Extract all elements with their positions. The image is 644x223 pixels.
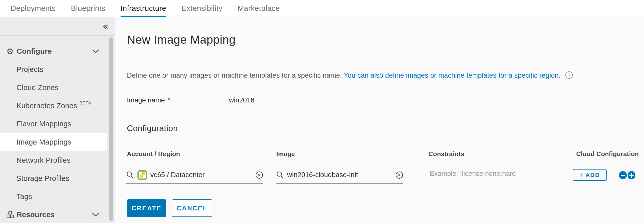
- main-content: New Image Mapping Define one or many ima…: [115, 17, 644, 223]
- app-window: Deployments Blueprints Infrastructure Ex…: [0, 0, 644, 223]
- configuration-section-title: Configuration: [127, 124, 178, 133]
- tab-infrastructure[interactable]: Infrastructure: [121, 0, 166, 17]
- top-navigation: Deployments Blueprints Infrastructure Ex…: [0, 0, 644, 17]
- sidebar-nav-list: ⚙ Configure Projects Cloud Zones Kuberne…: [0, 36, 115, 223]
- page-title: New Image Mapping: [127, 33, 236, 46]
- image-name-row: Image name*: [127, 95, 481, 107]
- column-header-cloud-configuration: Cloud Configuration: [576, 150, 639, 158]
- collapse-sidebar-icon[interactable]: «: [103, 21, 108, 31]
- add-cloud-config-button[interactable]: + ADD: [573, 169, 607, 181]
- clear-account-region-icon[interactable]: [255, 171, 263, 179]
- sidebar-item-image-mappings[interactable]: Image Mappings: [0, 133, 107, 151]
- beta-badge: BETA: [79, 101, 91, 106]
- sidebar-item-configure[interactable]: ⚙ Configure: [0, 42, 107, 60]
- image-name-input[interactable]: [226, 95, 306, 107]
- vsphere-icon: [137, 170, 147, 180]
- sidebar-item-storage-profiles[interactable]: Storage Profiles: [0, 169, 107, 187]
- configuration-column-headers: Account / Region Image Constraints Cloud…: [127, 150, 644, 158]
- configuration-row: vc65 / Datacenter: [127, 166, 644, 184]
- sidebar-item-projects[interactable]: Projects: [0, 60, 107, 78]
- required-marker: *: [168, 96, 171, 104]
- sidebar: « ⚙ Configure Projects Cloud Zones Kuber…: [0, 17, 115, 223]
- cubes-icon: [6, 211, 14, 219]
- sidebar-item-cloud-zones[interactable]: Cloud Zones: [0, 78, 107, 97]
- remove-row-button[interactable]: −: [619, 171, 627, 179]
- tab-deployments[interactable]: Deployments: [11, 0, 56, 17]
- clear-image-icon[interactable]: [395, 171, 403, 179]
- search-icon: [276, 171, 284, 179]
- add-row-button[interactable]: +: [628, 171, 635, 179]
- column-header-account-region: Account / Region: [127, 150, 180, 158]
- sidebar-item-tags[interactable]: Tags: [0, 187, 107, 206]
- cancel-button[interactable]: CANCEL: [172, 199, 212, 217]
- sidebar-scrollbar[interactable]: [109, 37, 113, 221]
- tab-extensibility[interactable]: Extensibility: [181, 0, 222, 17]
- sidebar-item-flavor-mappings[interactable]: Flavor Mappings: [0, 115, 107, 133]
- chevron-down-icon: [92, 213, 99, 217]
- image-value: win2016-cloudbase-init: [287, 171, 358, 179]
- image-name-label: Image name*: [127, 96, 171, 104]
- search-icon: [126, 171, 134, 179]
- constraints-input[interactable]: [425, 166, 560, 183]
- info-icon[interactable]: [565, 71, 573, 79]
- sidebar-item-resources[interactable]: Resources: [0, 206, 107, 223]
- sidebar-item-label: Resources: [17, 211, 55, 219]
- chevron-down-icon: [92, 49, 99, 53]
- column-header-image: Image: [276, 150, 295, 158]
- description-text: Define one or many images or machine tem…: [127, 72, 344, 79]
- sidebar-item-network-profiles[interactable]: Network Profiles: [0, 151, 107, 169]
- column-header-constraints: Constraints: [428, 150, 464, 158]
- sidebar-item-kubernetes-zones[interactable]: Kubernetes Zones BETA: [0, 97, 107, 115]
- tab-blueprints[interactable]: Blueprints: [71, 0, 105, 17]
- cloud-configuration-cell: + ADD − +: [573, 169, 644, 182]
- sidebar-item-label: Configure: [17, 47, 52, 55]
- tab-marketplace[interactable]: Marketplace: [238, 0, 280, 17]
- page-description: Define one or many images or machine tem…: [127, 71, 573, 79]
- account-region-field[interactable]: vc65 / Datacenter: [126, 166, 263, 184]
- gear-icon: ⚙: [6, 46, 14, 56]
- account-region-value: vc65 / Datacenter: [150, 171, 205, 179]
- create-button[interactable]: CREATE: [127, 199, 166, 217]
- region-mapping-link[interactable]: You can also define images or machine te…: [344, 72, 561, 79]
- sidebar-header: «: [0, 17, 115, 36]
- image-field[interactable]: win2016-cloudbase-init: [276, 166, 403, 184]
